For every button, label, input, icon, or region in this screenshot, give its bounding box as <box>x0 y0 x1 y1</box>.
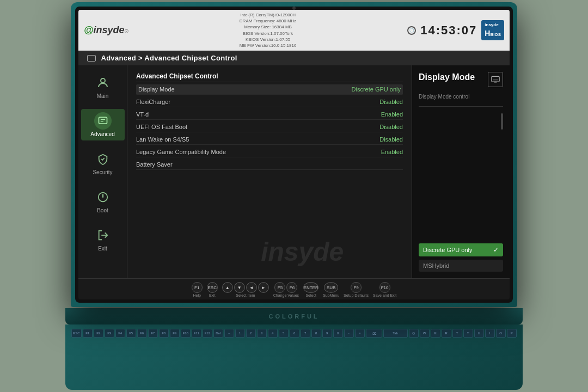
option-discrete-gpu[interactable]: Discrete GPU only <box>419 243 503 256</box>
key-q[interactable]: Q <box>409 329 419 338</box>
key-f9[interactable]: F9 <box>170 329 180 338</box>
fn-key-f1[interactable]: F1 Help <box>192 282 203 297</box>
key-3[interactable]: 3 <box>257 329 267 338</box>
bottom-brand: COLORFUL <box>268 313 319 320</box>
menu-item-0[interactable]: Advanced Chipset Control <box>136 71 403 82</box>
key-i[interactable]: I <box>485 329 495 338</box>
main-icon <box>94 74 112 91</box>
key-esc[interactable]: ESC <box>71 329 81 338</box>
key-0[interactable]: 0 <box>333 329 343 338</box>
svg-rect-1 <box>99 117 107 124</box>
key-o[interactable]: O <box>496 329 506 338</box>
key-6[interactable]: 6 <box>290 329 299 338</box>
clock-time: 14:53:07 <box>420 23 477 38</box>
fn-key-esc[interactable]: ESC Exit <box>207 282 218 297</box>
key-f11[interactable]: F11 <box>192 329 201 338</box>
arrow-right-key[interactable]: ► <box>258 282 269 293</box>
brand-name: @insyde® <box>84 24 128 36</box>
fn-key-f9[interactable]: F9 Setup Defaults <box>344 282 369 297</box>
sidebar-item-main[interactable]: Main <box>81 71 125 102</box>
key-5[interactable]: 5 <box>279 329 289 338</box>
key-7[interactable]: 7 <box>301 329 310 338</box>
sidebar-item-security[interactable]: Security <box>81 147 125 179</box>
menu-item-1[interactable]: Display Mode Discrete GPU only <box>136 84 403 95</box>
fn-key-arrows[interactable]: ▲ ▼ ◄ ► Select Item <box>222 282 269 297</box>
key-1[interactable]: 1 <box>235 329 245 338</box>
svg-rect-7 <box>492 77 499 82</box>
key-r[interactable]: R <box>442 329 451 338</box>
key-f6[interactable]: F6 <box>137 329 147 338</box>
key-tab[interactable]: Tab <box>383 329 408 338</box>
scrollbar[interactable] <box>501 113 503 130</box>
sidebar-item-boot[interactable]: Boot <box>81 185 125 217</box>
arrow-left-key[interactable]: ◄ <box>246 282 257 293</box>
key-4[interactable]: 4 <box>268 329 278 338</box>
bios-info: Intel(R) Core(TM) i9-12900H DRAM Frequen… <box>240 12 297 48</box>
key-9[interactable]: 9 <box>322 329 332 338</box>
menu-item-7[interactable]: Battery Saver <box>136 160 403 170</box>
key-y[interactable]: Y <box>463 329 473 338</box>
breadcrumb-icon <box>87 55 96 62</box>
boot-icon <box>94 188 112 206</box>
panel-options: Discrete GPU only MSHybrid <box>419 243 503 272</box>
panel-divider <box>419 106 503 107</box>
arrow-up-key[interactable]: ▲ <box>222 282 233 293</box>
fn-key-f5f6[interactable]: F5 F6 Change Values <box>273 282 299 297</box>
key-tilde[interactable]: ~ <box>224 329 234 338</box>
boot-label: Boot <box>97 207 108 213</box>
key-w[interactable]: W <box>420 329 430 338</box>
fn-key-enter[interactable]: ENTER Select <box>303 282 318 297</box>
sidebar: Main Advanced <box>78 65 127 278</box>
laptop-frame: @insyde® Intel(R) Core(TM) i9-12900H DRA… <box>71 2 517 307</box>
sidebar-item-advanced[interactable]: Advanced <box>81 109 125 140</box>
key-p[interactable]: P <box>507 329 517 338</box>
security-icon <box>94 150 112 168</box>
menu-item-5[interactable]: Lan Wake on S4/S5 Disabled <box>136 134 403 145</box>
laptop-bottom: COLORFUL <box>65 308 523 324</box>
key-minus[interactable]: - <box>344 329 354 338</box>
key-equal[interactable]: = <box>355 329 365 338</box>
menu-item-2[interactable]: FlexiCharger Disabled <box>136 97 403 107</box>
key-f8[interactable]: F8 <box>159 329 169 338</box>
key-f4[interactable]: F4 <box>115 329 125 338</box>
key-f12[interactable]: F12 <box>203 329 212 338</box>
clock-icon: 🕑 <box>407 26 416 35</box>
sidebar-item-exit[interactable]: Exit <box>81 223 125 255</box>
fn-key-f10[interactable]: F10 Save and Exit <box>373 282 396 297</box>
screen: @insyde® Intel(R) Core(TM) i9-12900H DRA… <box>78 10 510 299</box>
advanced-label: Advanced <box>90 131 114 137</box>
key-f10[interactable]: F10 <box>181 329 191 338</box>
fn-key-submenu[interactable]: SUB SubMenu <box>323 282 339 297</box>
key-u[interactable]: U <box>474 329 484 338</box>
clock-area: 🕑 14:53:07 insydeHBIOS <box>407 20 504 40</box>
f5-key[interactable]: F5 <box>274 282 285 293</box>
menu-item-4[interactable]: UEFI OS Fast Boot Disabled <box>136 122 403 132</box>
key-f1[interactable]: F1 <box>83 329 93 338</box>
key-f2[interactable]: F2 <box>94 329 103 338</box>
key-f5[interactable]: F5 <box>126 329 136 338</box>
bottom-bar: F1 Help ESC Exit ▲ ▼ ◄ ► <box>78 278 510 299</box>
menu-area: Advanced Chipset Control Display Mode Di… <box>127 65 412 278</box>
arrow-down-key[interactable]: ▼ <box>234 282 245 293</box>
exit-icon <box>94 226 112 244</box>
advanced-icon <box>94 112 112 130</box>
key-del[interactable]: Del <box>213 329 223 338</box>
menu-item-6[interactable]: Legacy Game Compatibility Mode Enabled <box>136 147 403 157</box>
security-label: Security <box>93 169 112 175</box>
exit-label: Exit <box>98 246 107 252</box>
option-mshybrid[interactable]: MSHybrid <box>419 260 503 272</box>
key-e[interactable]: E <box>431 329 440 338</box>
key-backspace[interactable]: ⌫ <box>366 329 382 338</box>
key-8[interactable]: 8 <box>311 329 321 338</box>
key-t[interactable]: T <box>452 329 462 338</box>
key-f7[interactable]: F7 <box>148 329 158 338</box>
svg-point-0 <box>101 78 105 83</box>
hbios-badge: insydeHBIOS <box>481 20 504 40</box>
key-f3[interactable]: F3 <box>105 329 114 338</box>
key-2[interactable]: 2 <box>246 329 256 338</box>
f6-key[interactable]: F6 <box>286 282 297 293</box>
menu-item-3[interactable]: VT-d Enabled <box>136 109 403 120</box>
insyde-logo: @insyde® <box>84 24 128 36</box>
display-icon <box>488 72 503 87</box>
screen-bezel: @insyde® Intel(R) Core(TM) i9-12900H DRA… <box>75 7 513 303</box>
